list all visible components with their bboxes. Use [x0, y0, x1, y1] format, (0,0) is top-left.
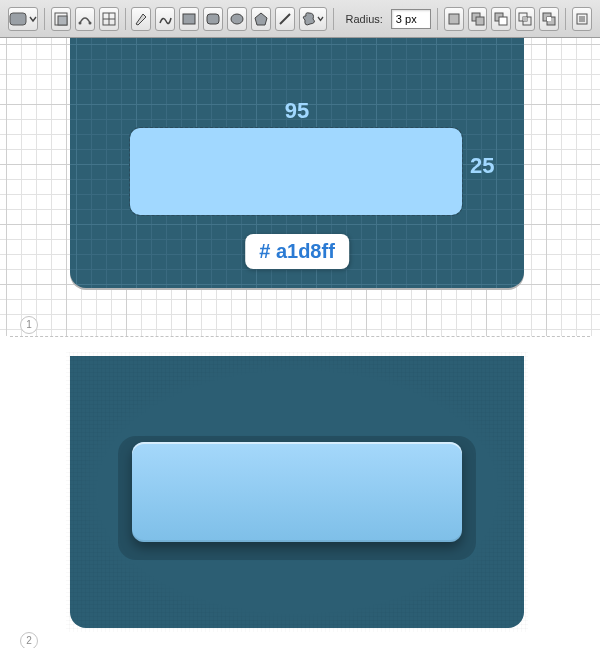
- rounded-rectangle-icon: [9, 12, 27, 26]
- path-new-icon: [447, 12, 461, 26]
- ellipse-shape-button[interactable]: [227, 7, 247, 31]
- custom-shape-button[interactable]: [299, 7, 327, 31]
- svg-rect-9: [207, 14, 219, 24]
- options-bar: Radius:: [0, 0, 600, 38]
- path-add-icon: [471, 12, 485, 26]
- step1-rounded-rect-shape[interactable]: [130, 128, 462, 215]
- path-mode-shape-button[interactable]: [51, 7, 71, 31]
- svg-marker-11: [255, 13, 267, 25]
- rectangle-shape-button[interactable]: [179, 7, 199, 31]
- path-intersect-icon: [518, 12, 532, 26]
- svg-point-3: [78, 21, 81, 24]
- pixel-grid-icon: [102, 12, 116, 26]
- line-icon: [277, 11, 293, 27]
- svg-rect-13: [449, 14, 459, 24]
- svg-rect-2: [58, 16, 67, 25]
- toolbar-separator: [333, 8, 334, 30]
- svg-rect-24: [577, 14, 587, 24]
- step1-panel[interactable]: 95 25 # a1d8ff: [70, 38, 524, 288]
- path-mode-pixels-button[interactable]: [99, 7, 119, 31]
- pen-icon: [133, 11, 149, 27]
- path-op-subtract-button[interactable]: [491, 7, 511, 31]
- tutorial-stage: 95 25 # a1d8ff 1 2: [0, 38, 600, 648]
- path-mode-path-button[interactable]: [75, 7, 95, 31]
- step2-button-shape[interactable]: [132, 442, 462, 542]
- polygon-shape-button[interactable]: [251, 7, 271, 31]
- path-op-exclude-button[interactable]: [539, 7, 559, 31]
- freeform-pen-button[interactable]: [155, 7, 175, 31]
- rounded-rectangle-icon: [205, 11, 221, 27]
- svg-rect-20: [523, 17, 527, 21]
- path-op-add-button[interactable]: [468, 7, 488, 31]
- svg-rect-21: [543, 13, 551, 21]
- ellipse-icon: [229, 11, 245, 27]
- freeform-pen-icon: [157, 11, 173, 27]
- chevron-down-icon: [317, 12, 324, 26]
- svg-point-4: [88, 21, 91, 24]
- svg-rect-22: [547, 17, 555, 25]
- path-icon: [77, 11, 93, 27]
- svg-rect-1: [55, 13, 67, 25]
- path-exclude-icon: [542, 12, 556, 26]
- svg-rect-5: [103, 13, 115, 25]
- radius-input[interactable]: [391, 9, 431, 29]
- svg-rect-0: [10, 13, 26, 25]
- polygon-icon: [253, 11, 269, 27]
- step1-width-label: 95: [285, 98, 309, 124]
- step1-height-label: 25: [470, 153, 494, 179]
- shape-layer-icon: [53, 11, 69, 27]
- radius-label: Radius:: [346, 13, 383, 25]
- path-op-intersect-button[interactable]: [515, 7, 535, 31]
- svg-line-12: [280, 14, 290, 24]
- svg-rect-15: [476, 17, 484, 25]
- path-subtract-icon: [494, 12, 508, 26]
- svg-rect-17: [499, 17, 507, 25]
- step-divider: [10, 336, 590, 337]
- toolbar-separator: [565, 8, 566, 30]
- rounded-rectangle-shape-button[interactable]: [203, 7, 223, 31]
- svg-rect-8: [183, 14, 195, 24]
- path-op-new-button[interactable]: [444, 7, 464, 31]
- svg-rect-19: [523, 17, 531, 25]
- step2-panel: [70, 356, 524, 628]
- color-swatch-callout: # a1d8ff: [245, 234, 349, 269]
- svg-rect-23: [547, 17, 551, 21]
- step1-badge: 1: [20, 316, 38, 334]
- panel-menu-button[interactable]: [572, 7, 592, 31]
- pen-tool-button[interactable]: [131, 7, 151, 31]
- rectangle-icon: [181, 11, 197, 27]
- panel-menu-icon: [575, 12, 589, 26]
- line-shape-button[interactable]: [275, 7, 295, 31]
- step2-badge: 2: [20, 632, 38, 648]
- svg-rect-18: [519, 13, 527, 21]
- svg-rect-14: [472, 13, 480, 21]
- chevron-down-icon: [29, 12, 37, 26]
- toolbar-separator: [437, 8, 438, 30]
- toolbar-separator: [44, 8, 45, 30]
- fill-color-button[interactable]: [8, 7, 38, 31]
- toolbar-separator: [125, 8, 126, 30]
- custom-shape-icon: [301, 11, 317, 27]
- svg-point-10: [231, 14, 243, 24]
- svg-rect-16: [495, 13, 503, 21]
